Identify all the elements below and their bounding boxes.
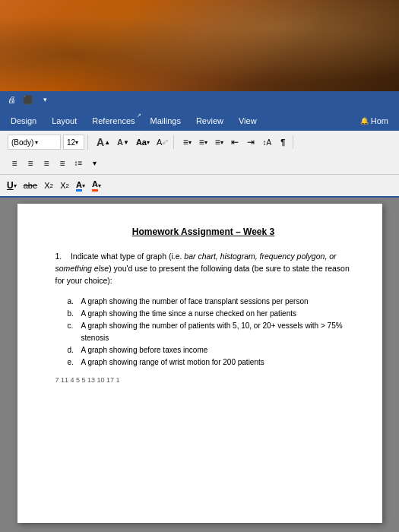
multilevel-list-button[interactable]: ≡▾ [212,135,226,149]
shading-button[interactable]: ▾ [87,157,101,170]
tab-home[interactable]: 🔔 Hom [353,111,396,131]
font-name-selector[interactable]: (Body) ▾ [8,135,61,150]
sort-button[interactable]: ↕A [260,135,274,149]
font-color-button[interactable]: A ▾ [90,179,103,192]
line-spacing-button[interactable]: ↕≡ [71,157,85,170]
word-window: 🖨 ⬛ ▾ Design Layout References ↗ Mailing… [0,91,399,532]
list-item: b. A graph showing the time since a nurs… [68,308,352,320]
ribbon-row1: (Body) ▾ 12 ▾ A▲ A▼ Aa▾ A🖊 ≡▾ ≡▾ ≡▾ ⇤ ⇥ … [0,131,399,175]
font-size-selector[interactable]: 12 ▾ [63,135,84,150]
font-group: (Body) ▾ 12 ▾ [5,135,88,150]
align-left-button[interactable]: ≡ [8,157,21,170]
show-formatting-button[interactable]: ¶ [276,135,290,149]
save-icon[interactable]: ⬛ [21,93,35,106]
change-case-button[interactable]: Aa▾ [134,135,152,149]
page-bottom-numbers: 7 11 4 5 5 13 10 17 1 [55,376,352,384]
list-item: e. A graph showing range of wrist motion… [68,356,352,369]
list-item: a. A graph showing the number of face tr… [68,296,352,308]
align-center-button[interactable]: ≡ [24,157,37,170]
subscript-button[interactable]: X2 [42,179,55,192]
list-item: c. A graph showing the number of patient… [68,320,352,344]
strikethrough-button[interactable]: abe [21,179,40,192]
decrease-indent-button[interactable]: ⇤ [228,135,242,149]
sub-answer-list: a. A graph showing the number of face tr… [68,296,352,369]
list-item: d. A graph showing before taxes income [68,344,352,356]
document-page: Homework Assignment – Week 3 1. Indicate… [17,204,382,523]
tab-layout[interactable]: Layout [44,111,84,131]
text-highlight-button[interactable]: A ▾ [74,179,87,192]
numbering-button[interactable]: ≡▾ [196,135,210,149]
align-justify-button[interactable]: ≡ [55,157,69,170]
decrease-font-button[interactable]: A▼ [115,135,131,149]
increase-font-button[interactable]: A▲ [94,135,112,149]
document-area: Homework Assignment – Week 3 1. Indicate… [0,198,399,532]
superscript-button[interactable]: X2 [58,179,71,192]
ribbon-row2: U ▾ abe X2 X2 A ▾ A ▾ [0,175,399,198]
print-icon[interactable]: 🖨 [5,93,18,106]
ribbon-tabs: Design Layout References ↗ Mailings Revi… [0,108,399,131]
paragraph-group: ≡▾ ≡▾ ≡▾ ⇤ ⇥ ↕A ¶ [177,135,293,149]
question1-text-normal: Indicate what type of graph (i.e. [71,252,184,261]
bullets-button[interactable]: ≡▾ [180,135,194,149]
font-size-group: A▲ A▼ Aa▾ A🖊 [91,135,174,149]
undo-icon[interactable]: ▾ [38,93,52,106]
tab-review[interactable]: Review [188,111,231,131]
photo-background [0,0,399,91]
tab-mailings[interactable]: Mailings [143,111,188,131]
clear-format-button[interactable]: A🖊 [154,135,170,149]
align-group: ≡ ≡ ≡ ≡ ↕≡ ▾ [5,157,104,170]
underline-button[interactable]: U ▾ [5,179,19,192]
tab-view[interactable]: View [231,111,264,131]
align-right-button[interactable]: ≡ [40,157,53,170]
question-1: 1. Indicate what type of graph (i.e. bar… [55,251,352,287]
increase-indent-button[interactable]: ⇥ [244,135,258,149]
tab-references[interactable]: References ↗ [84,111,142,131]
quick-access-toolbar: 🖨 ⬛ ▾ [0,91,399,108]
tab-design[interactable]: Design [3,111,44,131]
document-title: Homework Assignment – Week 3 [55,226,352,237]
